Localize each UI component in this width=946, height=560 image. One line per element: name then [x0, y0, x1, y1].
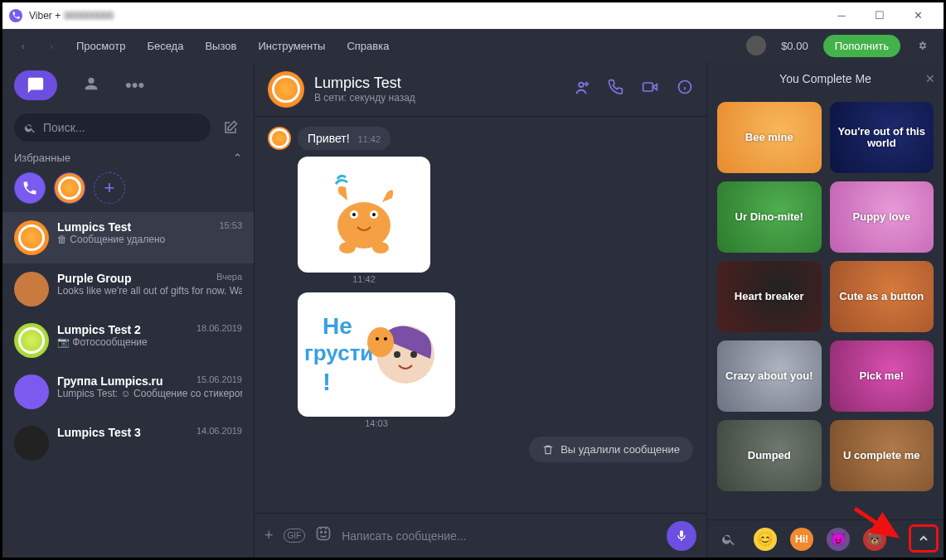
chat-item[interactable]: Lumpics Test 2 18.06.2019 📷 Фотосообщени…	[2, 315, 254, 366]
menu-tools[interactable]: Инструменты	[247, 29, 336, 62]
window-titlebar: Viber + 000000000 ─ ☐ ✕	[2, 2, 944, 29]
svg-point-17	[376, 337, 379, 340]
chat-time: 15:53	[219, 220, 242, 234]
sticker-item[interactable]: Heart breaker	[717, 261, 822, 332]
video-call-icon[interactable]	[640, 79, 660, 100]
nav-forward[interactable]: ›	[37, 29, 65, 62]
sticker-item[interactable]: Crazy about you!	[717, 340, 822, 412]
sticker-label: Heart breaker	[731, 287, 808, 306]
window-maximize[interactable]: ☐	[861, 2, 899, 29]
chat-item[interactable]: Purple Group Вчера Looks like we're all …	[2, 263, 254, 315]
menu-help[interactable]: Справка	[336, 29, 400, 62]
sticker-ne-grusti[interactable]: Не грусти !	[298, 292, 455, 417]
fav-lumpics[interactable]	[54, 172, 85, 204]
menu-call[interactable]: Вызов	[194, 29, 247, 62]
sticker-icon[interactable]	[315, 525, 332, 546]
search-placeholder: Поиск...	[43, 121, 85, 134]
tab-more[interactable]: •••	[125, 75, 144, 96]
sticker-item[interactable]: Dumped	[717, 420, 822, 491]
balance-amount: $0.00	[774, 40, 815, 52]
tab-chats[interactable]	[14, 70, 57, 100]
conversation-avatar[interactable]	[268, 71, 304, 108]
sticker-item[interactable]: You're out of this world	[830, 102, 934, 173]
svg-point-14	[394, 351, 400, 358]
menubar: ‹ › Просмотр Беседа Вызов Инструменты Сп…	[2, 29, 944, 62]
svg-text:!: !	[323, 368, 331, 395]
sticker-item[interactable]: Pick me!	[830, 340, 934, 412]
chat-name: Lumpics Test 2	[57, 323, 141, 336]
sticker-pack-2[interactable]: Hi!	[790, 528, 813, 551]
attach-icon[interactable]: +	[264, 527, 274, 544]
chat-time: Вчера	[216, 272, 242, 285]
chat-item[interactable]: Lumpics Test 15:53 🗑 Сообщение удалено	[2, 212, 254, 263]
sticker-item[interactable]: Puppy love	[830, 181, 934, 253]
chat-avatar	[14, 220, 49, 255]
chat-item[interactable]: Группа Lumpics.ru 15.06.2019 Lumpics Tes…	[2, 366, 254, 418]
chat-list: Lumpics Test 15:53 🗑 Сообщение удалено P…	[2, 212, 254, 558]
sticker-item[interactable]: Ur Dino-mite!	[717, 181, 822, 253]
deleted-message: Вы удалили сообщение	[529, 437, 693, 462]
chat-preview: Looks like we're all out of gifts for no…	[57, 285, 242, 297]
sticker-label: Puppy love	[850, 208, 914, 226]
svg-point-18	[384, 337, 387, 340]
gif-icon[interactable]: GIF	[284, 529, 306, 543]
chat-time: 15.06.2019	[196, 374, 242, 388]
sticker-pack-3[interactable]: 😈	[827, 528, 850, 551]
conversation-status: В сети: секунду назад	[314, 92, 415, 104]
close-icon[interactable]: ✕	[925, 72, 935, 85]
info-icon[interactable]	[677, 79, 693, 100]
voice-call-icon[interactable]	[607, 79, 623, 100]
sidebar: ••• Поиск... Избранные ⌃	[2, 62, 255, 558]
nav-back[interactable]: ‹	[9, 29, 37, 62]
sticker-panel: You Complete Me ✕ Bee mine You're out of…	[706, 62, 944, 558]
fav-add[interactable]: +	[94, 172, 125, 204]
sticker-label: Dumped	[745, 447, 794, 465]
tab-contacts[interactable]	[82, 75, 100, 96]
viber-logo-icon	[9, 9, 22, 22]
svg-rect-19	[318, 528, 330, 540]
profile-avatar[interactable]	[746, 36, 766, 56]
svg-rect-1	[643, 83, 653, 91]
svg-point-3	[337, 202, 391, 249]
menu-chat[interactable]: Беседа	[136, 29, 194, 62]
message-input[interactable]: Написать сообщение...	[342, 529, 657, 543]
menu-view[interactable]: Просмотр	[65, 29, 136, 62]
add-contact-icon[interactable]	[572, 79, 590, 100]
window-close[interactable]: ✕	[899, 2, 937, 29]
sticker-pack-1[interactable]: 😊	[754, 528, 777, 551]
topup-button[interactable]: Пополнить	[823, 35, 900, 57]
sticker-cat-wave[interactable]	[298, 157, 430, 273]
chat-time: 18.06.2019	[196, 323, 242, 336]
svg-point-6	[352, 213, 356, 216]
sticker-label: Bee mine	[742, 128, 797, 147]
sticker-pack-4[interactable]: 🐻	[863, 528, 886, 551]
favorites-header[interactable]: Избранные ⌃	[2, 147, 254, 169]
messages-area[interactable]: Привет! 11:42 11:42 Не грусти !	[255, 117, 706, 513]
sticker-toolbar: 😊 Hi! 😈 🐻	[707, 519, 944, 558]
chat-preview: Lumpics Test: ☺ Сообщение со стикером	[57, 388, 242, 399]
voice-message-button[interactable]	[667, 521, 696, 551]
compose-button[interactable]	[219, 120, 242, 135]
chat-item[interactable]: Lumpics Test 3 14.06.2019	[2, 418, 254, 469]
search-input[interactable]: Поиск...	[14, 113, 211, 142]
settings-icon[interactable]	[909, 37, 937, 54]
sticker-pack-title: You Complete Me	[779, 72, 871, 85]
expand-sticker-bar[interactable]	[909, 524, 939, 553]
sticker-search-icon[interactable]	[717, 528, 740, 551]
sticker-item[interactable]: Bee mine	[717, 102, 822, 173]
chat-avatar	[14, 426, 49, 461]
svg-point-21	[325, 532, 327, 533]
sticker-item[interactable]: U complete me	[830, 420, 934, 491]
sticker-time-2: 14:03	[298, 418, 455, 428]
svg-point-20	[321, 532, 323, 533]
window-minimize[interactable]: ─	[822, 2, 861, 29]
fav-viber[interactable]	[14, 172, 46, 204]
chat-name: Lumpics Test 3	[57, 426, 141, 439]
chat-avatar	[14, 374, 49, 409]
svg-text:грусти: грусти	[304, 340, 373, 365]
svg-point-8	[339, 242, 356, 253]
conversation-title: Lumpics Test	[314, 75, 415, 92]
svg-point-15	[410, 351, 417, 358]
sticker-item[interactable]: Cute as a button	[830, 261, 934, 332]
chat-time: 14.06.2019	[196, 426, 242, 439]
